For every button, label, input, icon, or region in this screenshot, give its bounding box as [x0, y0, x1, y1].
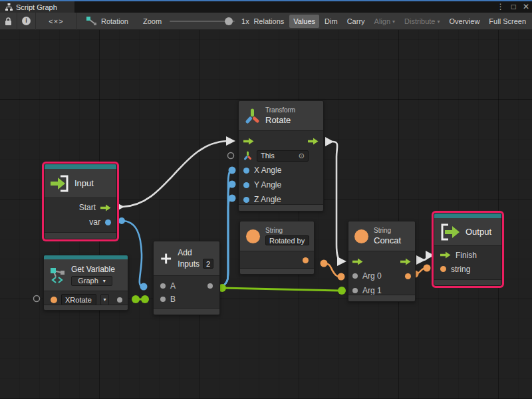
port-start[interactable]: Start: [45, 200, 111, 215]
get-variable-icon: [50, 267, 66, 284]
string-value-field[interactable]: Rotated by: [265, 235, 309, 245]
port-string[interactable]: string: [440, 262, 501, 276]
value-port-icon: [243, 168, 249, 174]
node-title-line1: Add: [178, 248, 213, 257]
carry-toggle[interactable]: Carry: [343, 15, 369, 28]
distribute-dropdown[interactable]: Distribute▾: [400, 15, 444, 28]
output-port-icon[interactable]: [117, 297, 122, 303]
tab-script-graph[interactable]: Script Graph: [0, 1, 74, 13]
zoom-value: 1x: [241, 17, 249, 25]
output-port-icon[interactable]: [207, 283, 213, 289]
tab-bar: Script Graph ⋮ □ ✕: [0, 0, 532, 13]
info-icon: i: [22, 17, 31, 25]
dim-toggle[interactable]: Dim: [321, 15, 342, 28]
port-this-row: This ⊙: [243, 148, 319, 163]
chevron-down-icon: ▾: [103, 278, 106, 284]
input-port-icon[interactable]: [160, 283, 166, 289]
node-get-variable[interactable]: Get Variable Graph ▾ XRotate ▾: [43, 255, 128, 311]
flow-out-icon[interactable]: [400, 258, 411, 265]
fullscreen-button[interactable]: Full Screen: [485, 15, 530, 28]
input-port-icon[interactable]: [352, 288, 358, 293]
flow-row: [243, 134, 319, 148]
node-string-literal[interactable]: String Rotated by: [239, 221, 315, 275]
graph-icon: [5, 3, 13, 11]
flow-row: [352, 254, 411, 269]
input-icon: [51, 175, 69, 192]
node-footer: [45, 232, 116, 239]
port-y-angle[interactable]: Y Angle: [243, 178, 319, 192]
relations-toggle[interactable]: Relations: [249, 15, 288, 28]
chevron-down-icon: ▾: [438, 19, 440, 25]
add-icon: [160, 250, 172, 267]
node-footer: [240, 268, 314, 274]
align-dropdown[interactable]: Align▾: [370, 15, 399, 28]
object-picker-icon[interactable]: ⊙: [299, 152, 305, 160]
flow-in-icon[interactable]: [352, 258, 363, 265]
graph-name-label: Rotation: [101, 17, 128, 25]
string-type-icon: [354, 229, 368, 243]
variable-scope-dropdown[interactable]: Graph ▾: [71, 276, 112, 286]
output-icon: [440, 223, 460, 241]
graph-unit-icon: [86, 17, 97, 26]
flow-in-icon[interactable]: [243, 138, 254, 145]
lock-icon: [4, 17, 13, 26]
maximize-icon[interactable]: □: [511, 1, 516, 13]
node-title: Get Variable: [71, 265, 115, 274]
node-category: String: [265, 227, 309, 234]
zoom-slider[interactable]: [170, 21, 235, 22]
output-port-icon[interactable]: [303, 257, 309, 263]
tab-title: Script Graph: [16, 3, 57, 11]
node-transform-rotate[interactable]: Transform Rotate This ⊙: [238, 100, 324, 211]
lock-button[interactable]: [0, 13, 17, 30]
value-port-icon: [243, 182, 249, 188]
node-input[interactable]: Input Start var: [44, 164, 117, 239]
input-port-icon[interactable]: [352, 273, 358, 279]
code-view-button[interactable]: <×>: [36, 13, 77, 30]
port-a-row: A: [160, 279, 213, 293]
window-menu-icon[interactable]: ⋮: [497, 1, 505, 13]
chevron-down-icon: ▾: [103, 297, 106, 303]
node-category: Transform: [265, 106, 295, 114]
flow-port-icon: [440, 251, 451, 259]
node-title-line2: Inputs: [178, 259, 200, 269]
info-button[interactable]: i: [17, 13, 36, 30]
values-toggle[interactable]: Values: [289, 15, 319, 28]
output-port-icon[interactable]: [405, 273, 411, 279]
input-count-field[interactable]: 2: [203, 259, 213, 269]
value-port-icon[interactable]: [51, 297, 57, 303]
value-port-icon: [105, 219, 111, 225]
unity-graph-window: Script Graph ⋮ □ ✕ i <×> Rotation: [0, 0, 532, 399]
zoom-control: Zoom 1x: [143, 17, 249, 25]
transform-icon: [243, 151, 252, 160]
this-object-field[interactable]: This ⊙: [257, 150, 309, 162]
overview-button[interactable]: Overview: [446, 15, 484, 28]
graph-toolbar: i <×> Rotation Zoom 1x Relations Values …: [0, 13, 532, 30]
value-port-icon: [440, 266, 446, 272]
port-arg0-row: Arg 0: [352, 269, 411, 283]
node-footer: [44, 305, 128, 310]
event-strip: [45, 164, 116, 169]
node-category: String: [374, 227, 401, 234]
node-string-concat[interactable]: String Concat Arg 0 Arg 1: [348, 221, 416, 302]
variable-name-field[interactable]: XRotate: [61, 294, 96, 305]
close-icon[interactable]: ✕: [523, 1, 529, 13]
input-port-icon[interactable]: [160, 297, 166, 302]
zoom-slider-handle[interactable]: [225, 17, 233, 25]
port-finish[interactable]: Finish: [440, 248, 501, 262]
node-footer: [154, 308, 219, 315]
node-title: Output: [466, 227, 491, 237]
zoom-label: Zoom: [143, 17, 162, 25]
node-title: Rotate: [265, 115, 295, 125]
node-add-inputs[interactable]: Add Inputs 2 A B: [153, 241, 220, 315]
port-var[interactable]: var: [45, 215, 111, 229]
port-x-angle[interactable]: X Angle: [243, 163, 319, 178]
current-graph-indicator[interactable]: Rotation: [86, 17, 128, 26]
node-title: Input: [74, 178, 94, 188]
variable-name-dropdown[interactable]: ▾: [100, 294, 109, 305]
node-output[interactable]: Output Finish string: [434, 213, 502, 286]
flow-out-icon[interactable]: [308, 138, 319, 145]
value-port-icon: [243, 197, 249, 203]
port-b-row: B: [160, 293, 213, 306]
output-row: [240, 251, 314, 267]
flow-port-icon: [100, 204, 111, 211]
